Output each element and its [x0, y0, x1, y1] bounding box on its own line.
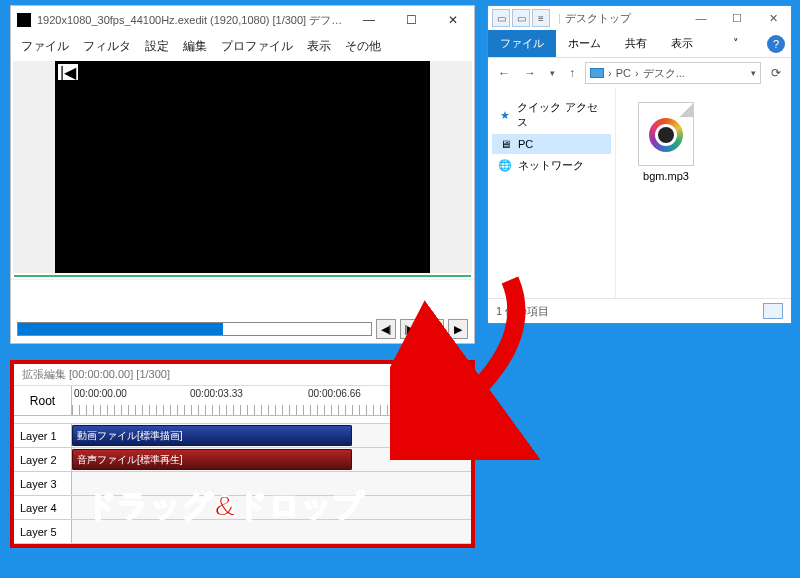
- layer-track-3[interactable]: [72, 472, 471, 495]
- pc-icon: 🖥: [498, 138, 512, 150]
- breadcrumb-pc[interactable]: PC: [616, 67, 631, 79]
- ruler-tick: 00:00:00.00: [74, 388, 127, 399]
- sidebar-item-label: クイック アクセス: [517, 100, 605, 130]
- seek-bar[interactable]: [17, 322, 372, 336]
- file-name: bgm.mp3: [626, 170, 706, 182]
- explorer-title: デスクトップ: [565, 11, 683, 26]
- menu-settings[interactable]: 設定: [145, 38, 169, 55]
- tab-share[interactable]: 共有: [613, 30, 659, 57]
- layer-label-5[interactable]: Layer 5: [14, 520, 72, 543]
- preview-canvas[interactable]: [55, 61, 430, 273]
- tab-home[interactable]: ホーム: [556, 30, 613, 57]
- back-button[interactable]: ←: [494, 64, 514, 82]
- star-icon: ★: [498, 109, 511, 122]
- qat-icon-1[interactable]: ▭: [492, 9, 510, 27]
- breadcrumb-location[interactable]: デスク...: [643, 66, 685, 81]
- breadcrumb-sep: ›: [608, 67, 612, 79]
- minimize-button[interactable]: —: [348, 6, 390, 34]
- sidebar-item-label: PC: [518, 138, 533, 150]
- layer-label-1[interactable]: Layer 1: [14, 424, 72, 447]
- layer-track-2[interactable]: 音声ファイル[標準再生]: [72, 448, 471, 471]
- app-icon: [17, 13, 31, 27]
- layer-track-1[interactable]: 動画ファイル[標準描画]: [72, 424, 471, 447]
- seek-controls: ◀| |▶ |◀ ▶: [11, 317, 474, 343]
- address-dropdown-icon[interactable]: ▾: [751, 68, 756, 78]
- history-dropdown-icon[interactable]: ▾: [546, 66, 559, 80]
- explorer-maximize-button[interactable]: ☐: [719, 6, 755, 30]
- address-bar[interactable]: › PC › デスク... ▾: [585, 62, 761, 84]
- maximize-button[interactable]: ☐: [390, 6, 432, 34]
- time-ruler[interactable]: 00:00:00.00 00:00:03.33 00:00:06.66 00:0…: [72, 386, 471, 416]
- menu-edit[interactable]: 編集: [183, 38, 207, 55]
- ruler-tick: 00:00:06.66: [308, 388, 361, 399]
- titlebar[interactable]: 1920x1080_30fps_44100Hz.exedit (1920,108…: [11, 6, 474, 34]
- layer-label-2[interactable]: Layer 2: [14, 448, 72, 471]
- forward-button[interactable]: →: [520, 64, 540, 82]
- close-button[interactable]: ✕: [432, 6, 474, 34]
- audio-level-line: [14, 275, 471, 277]
- up-button[interactable]: ↑: [565, 64, 579, 82]
- qat-icon-2[interactable]: ▭: [512, 9, 530, 27]
- file-item-bgm[interactable]: bgm.mp3: [626, 102, 706, 182]
- audio-clip[interactable]: 音声ファイル[標準再生]: [72, 449, 352, 470]
- sidebar-item-network[interactable]: 🌐 ネットワーク: [492, 154, 611, 177]
- prev-frame-button[interactable]: ◀|: [376, 319, 396, 339]
- menu-filter[interactable]: フィルタ: [83, 38, 131, 55]
- sidebar-item-quick-access[interactable]: ★ クイック アクセス: [492, 96, 611, 134]
- ruler-tick: 00:00: [426, 388, 451, 399]
- layer-track-5[interactable]: [72, 520, 471, 543]
- ruler-tick: 00:00:03.33: [190, 388, 243, 399]
- status-bar: 1 個の項目: [488, 298, 791, 323]
- nav-pane: ★ クイック アクセス 🖥 PC 🌐 ネットワーク: [488, 88, 616, 298]
- timeline-title: 拡張編集 [00:00:00.00] [1/300]: [14, 364, 471, 386]
- layer-label-3[interactable]: Layer 3: [14, 472, 72, 495]
- sidebar-item-label: ネットワーク: [518, 158, 584, 173]
- next-frame-button[interactable]: |▶: [400, 319, 420, 339]
- aviutl-window: 1920x1080_30fps_44100Hz.exedit (1920,108…: [10, 5, 475, 344]
- tab-file[interactable]: ファイル: [488, 30, 556, 57]
- explorer-window: ▭ ▭ ≡ | デスクトップ — ☐ ✕ ファイル ホーム 共有 表示 ˅ ? …: [487, 5, 792, 324]
- tab-view[interactable]: 表示: [659, 30, 705, 57]
- view-mode-button[interactable]: [763, 303, 783, 319]
- video-clip[interactable]: 動画ファイル[標準描画]: [72, 425, 352, 446]
- window-title: 1920x1080_30fps_44100Hz.exedit (1920,108…: [37, 13, 348, 28]
- layer-label-4[interactable]: Layer 4: [14, 496, 72, 519]
- ribbon-expand-icon[interactable]: ˅: [729, 31, 743, 56]
- menu-view[interactable]: 表示: [307, 38, 331, 55]
- blank-strip: [11, 279, 474, 317]
- pc-icon: [590, 68, 604, 78]
- timeline-window: 拡張編集 [00:00:00.00] [1/300] Root 00:00:00…: [10, 360, 475, 548]
- help-icon[interactable]: ?: [767, 35, 785, 53]
- explorer-close-button[interactable]: ✕: [755, 6, 791, 30]
- breadcrumb-sep: ›: [635, 67, 639, 79]
- menu-profile[interactable]: プロファイル: [221, 38, 293, 55]
- audio-file-icon: [638, 102, 694, 166]
- ribbon-tabs: ファイル ホーム 共有 表示 ˅ ?: [488, 30, 791, 58]
- menu-file[interactable]: ファイル: [21, 38, 69, 55]
- nav-bar: ← → ▾ ↑ › PC › デスク... ▾ ⟳: [488, 58, 791, 88]
- file-list[interactable]: bgm.mp3: [616, 88, 791, 298]
- sidebar-item-pc[interactable]: 🖥 PC: [492, 134, 611, 154]
- menu-other[interactable]: その他: [345, 38, 381, 55]
- qat-icon-3[interactable]: ≡: [532, 9, 550, 27]
- refresh-button[interactable]: ⟳: [767, 64, 785, 82]
- network-icon: 🌐: [498, 159, 512, 172]
- preview-area: |◀: [13, 61, 472, 273]
- goto-start-button[interactable]: |◀: [424, 319, 444, 339]
- layer-track-4[interactable]: [72, 496, 471, 519]
- explorer-titlebar[interactable]: ▭ ▭ ≡ | デスクトップ — ☐ ✕: [488, 6, 791, 30]
- menu-bar: ファイル フィルタ 設定 編集 プロファイル 表示 その他: [11, 34, 474, 59]
- play-button[interactable]: ▶: [448, 319, 468, 339]
- goto-start-icon[interactable]: |◀: [58, 64, 78, 80]
- root-button[interactable]: Root: [14, 386, 72, 416]
- explorer-minimize-button[interactable]: —: [683, 6, 719, 30]
- status-text: 1 個の項目: [496, 304, 549, 319]
